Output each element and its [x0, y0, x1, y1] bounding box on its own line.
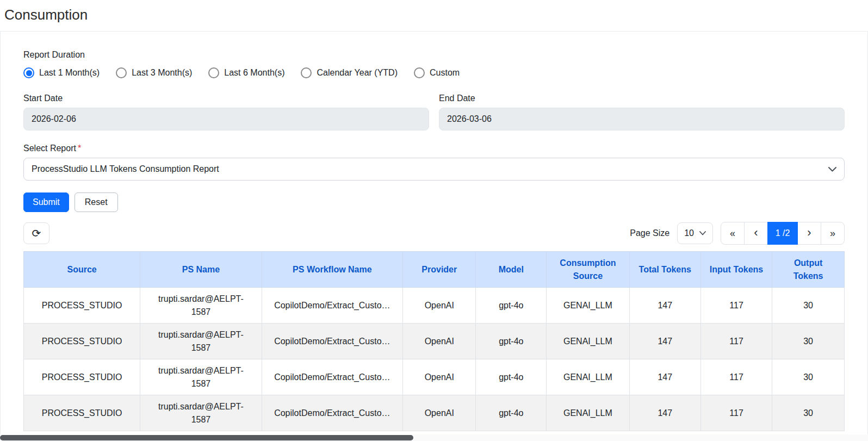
radio-unselected-icon[interactable]	[116, 67, 127, 78]
radio-option-last-1-month-s[interactable]: Last 1 Month(s)	[23, 67, 100, 78]
date-range-row: Start Date 2026-02-06 End Date 2026-03-0…	[23, 94, 845, 131]
chevron-down-icon	[699, 231, 706, 235]
column-header-provider: Provider	[403, 252, 476, 288]
first-page-icon: «	[730, 228, 735, 239]
cell-total-tokens: 147	[629, 359, 700, 395]
cell-output-tokens: 30	[772, 395, 845, 431]
cell-provider: OpenAI	[403, 359, 476, 395]
cell-output-tokens: 30	[772, 288, 845, 324]
report-duration-label: Report Duration	[23, 50, 845, 60]
column-header-ps-name: PS Name	[140, 252, 262, 288]
next-page-icon: ›	[807, 226, 811, 240]
horizontal-scrollbar-track[interactable]	[0, 434, 868, 441]
cell-input-tokens: 117	[700, 359, 772, 395]
cell-ps-name: trupti.sardar@AELPT-1587	[140, 359, 262, 395]
table-header-row: SourcePS NamePS Workflow NameProviderMod…	[24, 252, 845, 288]
cell-consumption-source: GENAI_LLM	[547, 395, 629, 431]
first-page-button[interactable]: «	[721, 222, 745, 245]
cell-ps-workflow-name: CopilotDemo/Extract_Custo…	[262, 359, 403, 395]
cell-ps-workflow-name: CopilotDemo/Extract_Custo…	[262, 324, 403, 359]
last-page-button[interactable]: »	[821, 222, 845, 245]
last-page-icon: »	[830, 228, 835, 239]
radio-option-last-3-month-s[interactable]: Last 3 Month(s)	[116, 67, 192, 78]
cell-source: PROCESS_STUDIO	[24, 324, 140, 359]
toolbar-right: Page Size 10 « ‹ 1 /2 › »	[630, 222, 845, 245]
prev-page-button[interactable]: ‹	[744, 222, 768, 245]
radio-option-label: Last 6 Month(s)	[224, 68, 284, 78]
radio-unselected-icon[interactable]	[208, 67, 219, 78]
horizontal-scrollbar-thumb[interactable]	[0, 435, 413, 440]
column-header-total-tokens: Total Tokens	[629, 252, 700, 288]
cell-provider: OpenAI	[403, 324, 476, 359]
radio-option-label: Custom	[430, 68, 460, 78]
radio-unselected-icon[interactable]	[414, 67, 425, 78]
end-date-input[interactable]: 2026-03-06	[439, 108, 845, 131]
cell-ps-name: trupti.sardar@AELPT-1587	[140, 324, 262, 359]
current-page-indicator[interactable]: 1 /2	[767, 222, 798, 245]
cell-source: PROCESS_STUDIO	[24, 359, 140, 395]
cell-provider: OpenAI	[403, 288, 476, 324]
chevron-down-icon	[828, 167, 836, 172]
consumption-table: SourcePS NamePS Workflow NameProviderMod…	[23, 251, 845, 431]
page-size-label: Page Size	[630, 228, 669, 238]
radio-selected-icon[interactable]	[23, 67, 34, 78]
radio-option-custom[interactable]: Custom	[414, 67, 460, 78]
page-header: Consumption	[0, 0, 868, 31]
cell-total-tokens: 147	[629, 288, 700, 324]
page-size-value: 10	[684, 228, 694, 238]
cell-model: gpt-4o	[476, 395, 547, 431]
refresh-button[interactable]: ⟳	[23, 222, 49, 244]
cell-model: gpt-4o	[476, 288, 547, 324]
start-date-field: Start Date 2026-02-06	[23, 94, 429, 131]
cell-output-tokens: 30	[772, 359, 845, 395]
radio-unselected-icon[interactable]	[301, 67, 312, 78]
report-select-value: ProcessStudio LLM Tokens Consumption Rep…	[32, 164, 219, 174]
table-toolbar: ⟳ Page Size 10 « ‹ 1 /2 › »	[23, 222, 845, 245]
report-duration-radio-group: Last 1 Month(s)Last 3 Month(s)Last 6 Mon…	[23, 67, 845, 78]
next-page-button[interactable]: ›	[797, 222, 821, 245]
select-report-label: Select Report*	[23, 144, 845, 153]
end-date-field: End Date 2026-03-06	[439, 94, 845, 131]
radio-option-label: Last 3 Month(s)	[132, 68, 192, 78]
form-actions: Submit Reset	[23, 192, 845, 212]
cell-total-tokens: 147	[629, 324, 700, 359]
cell-ps-workflow-name: CopilotDemo/Extract_Custo…	[262, 288, 403, 324]
page-title: Consumption	[4, 7, 859, 23]
reset-button[interactable]: Reset	[75, 192, 118, 212]
cell-source: PROCESS_STUDIO	[24, 288, 140, 324]
cell-input-tokens: 117	[700, 395, 772, 431]
radio-option-label: Last 1 Month(s)	[39, 68, 100, 78]
cell-source: PROCESS_STUDIO	[24, 395, 140, 431]
submit-button[interactable]: Submit	[23, 192, 69, 212]
radio-option-calendar-year-ytd[interactable]: Calendar Year (YTD)	[301, 67, 398, 78]
cell-ps-name: trupti.sardar@AELPT-1587	[140, 288, 262, 324]
cell-ps-workflow-name: CopilotDemo/Extract_Custo…	[262, 395, 403, 431]
cell-provider: OpenAI	[403, 395, 476, 431]
cell-input-tokens: 117	[700, 288, 772, 324]
cell-total-tokens: 147	[629, 395, 700, 431]
cell-model: gpt-4o	[476, 359, 547, 395]
cell-consumption-source: GENAI_LLM	[547, 359, 629, 395]
radio-option-last-6-month-s[interactable]: Last 6 Month(s)	[208, 67, 284, 78]
required-marker: *	[78, 144, 81, 153]
table-header: SourcePS NamePS Workflow NameProviderMod…	[24, 252, 845, 288]
column-header-input-tokens: Input Tokens	[700, 252, 772, 288]
cell-consumption-source: GENAI_LLM	[547, 288, 629, 324]
report-select[interactable]: ProcessStudio LLM Tokens Consumption Rep…	[23, 158, 845, 181]
page-size-select[interactable]: 10	[677, 222, 713, 244]
select-report-label-text: Select Report	[23, 144, 76, 153]
start-date-input[interactable]: 2026-02-06	[23, 108, 429, 131]
refresh-icon: ⟳	[32, 227, 41, 240]
column-header-model: Model	[476, 252, 547, 288]
column-header-consumption-source: Consumption Source	[547, 252, 629, 288]
consumption-panel: Report Duration Last 1 Month(s)Last 3 Mo…	[0, 31, 868, 441]
column-header-source: Source	[24, 252, 140, 288]
cell-output-tokens: 30	[772, 324, 845, 359]
table-body: PROCESS_STUDIOtrupti.sardar@AELPT-1587Co…	[24, 288, 845, 431]
cell-input-tokens: 117	[700, 324, 772, 359]
cell-consumption-source: GENAI_LLM	[547, 324, 629, 359]
cell-model: gpt-4o	[476, 324, 547, 359]
end-date-label: End Date	[439, 94, 845, 103]
table-row: PROCESS_STUDIOtrupti.sardar@AELPT-1587Co…	[24, 359, 845, 395]
table-row: PROCESS_STUDIOtrupti.sardar@AELPT-1587Co…	[24, 324, 845, 359]
